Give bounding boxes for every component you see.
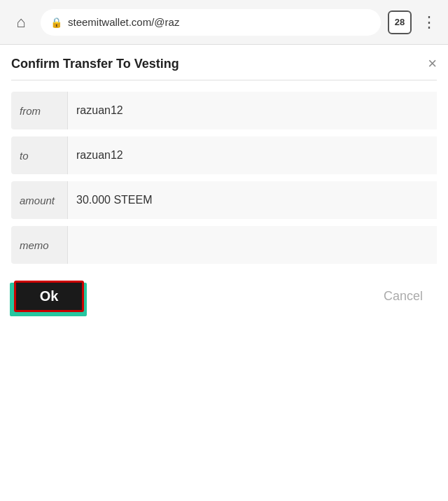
confirm-transfer-dialog: Confirm Transfer To Vesting × from razua… <box>0 45 448 329</box>
ok-button[interactable]: Ok <box>14 281 84 312</box>
close-button[interactable]: × <box>428 56 437 71</box>
buttons-row: Ok Cancel <box>11 281 437 312</box>
tab-count[interactable]: 28 <box>388 10 412 34</box>
memo-label: memo <box>11 239 67 251</box>
from-label: from <box>11 105 67 117</box>
lock-icon: 🔒 <box>50 17 62 28</box>
browser-chrome: ⌂ 🔒 steemitwallet.com/@raz 28 ⋮ <box>0 0 448 45</box>
amount-label: amount <box>11 195 67 206</box>
menu-icon[interactable]: ⋮ <box>419 13 440 31</box>
memo-row: memo <box>11 226 437 264</box>
dialog-title: Confirm Transfer To Vesting <box>11 57 179 71</box>
address-bar[interactable]: 🔒 steemitwallet.com/@raz <box>41 9 381 36</box>
amount-value: 30.000 STEEM <box>67 181 437 219</box>
to-value: razuan12 <box>67 136 437 174</box>
home-icon[interactable]: ⌂ <box>8 10 34 35</box>
from-value: razuan12 <box>67 92 437 129</box>
cancel-button[interactable]: Cancel <box>372 283 434 309</box>
to-row: to razuan12 <box>11 136 437 174</box>
from-row: from razuan12 <box>11 92 437 129</box>
amount-row: amount 30.000 STEEM <box>11 181 437 219</box>
to-label: to <box>11 150 67 162</box>
page-content: Confirm Transfer To Vesting × from razua… <box>0 45 448 501</box>
ok-button-wrapper: Ok <box>14 281 84 312</box>
url-text: steemitwallet.com/@raz <box>68 16 179 28</box>
dialog-header: Confirm Transfer To Vesting × <box>11 56 437 80</box>
memo-value <box>67 226 437 264</box>
